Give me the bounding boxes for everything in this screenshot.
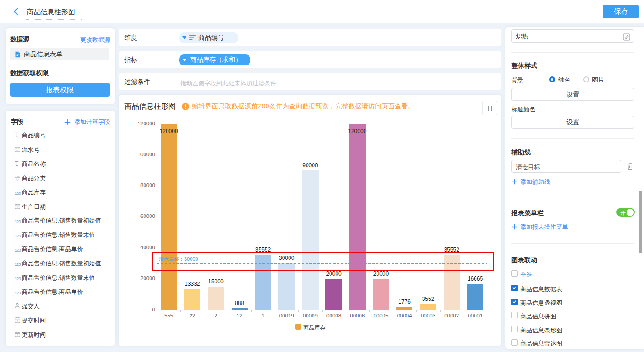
svg-text:7: 7 [17,319,18,322]
svg-text:7: 7 [17,334,18,336]
svg-text:7: 7 [17,205,18,208]
